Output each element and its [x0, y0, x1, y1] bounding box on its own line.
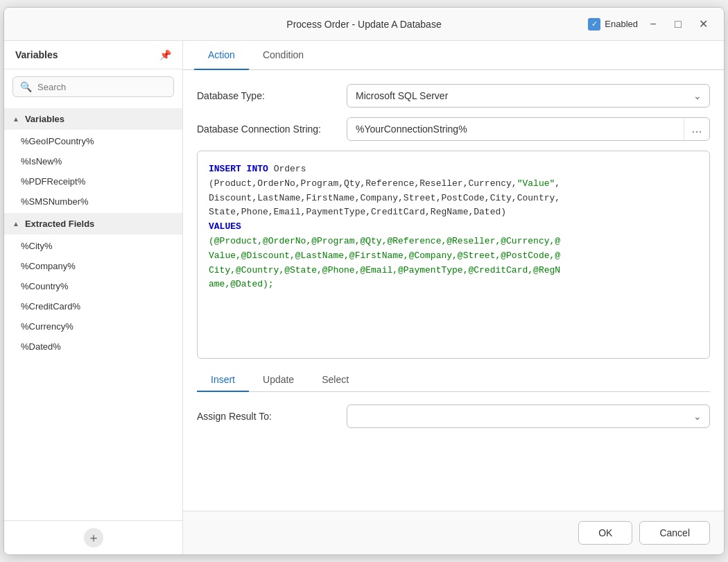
ok-button[interactable]: OK [578, 521, 632, 545]
search-box: 🔍 [12, 76, 174, 97]
list-item[interactable]: %Company% [4, 256, 182, 276]
sql-params-1: (@Product,@OrderNo,@Program,@Qty,@Refere… [209, 236, 560, 246]
section-header-variables[interactable]: ▲ Variables [4, 108, 182, 130]
list-item[interactable]: %Dated% [4, 337, 182, 357]
assign-dropdown-wrapper: ⌄ [347, 405, 710, 428]
close-button[interactable]: ✕ [693, 15, 713, 34]
sql-comma: , [555, 178, 560, 189]
section-variables-label: Variables [25, 114, 64, 124]
title-bar: Process Order - Update A Database ✓ Enab… [4, 8, 724, 41]
section-extracted-label: Extracted Fields [25, 219, 94, 229]
list-item[interactable]: %IsNew% [4, 151, 182, 171]
assign-label: Assign Result To: [197, 411, 336, 422]
sql-columns-2: Discount,LastName,FirstName,Company,Stre… [209, 193, 560, 203]
sub-tab-select[interactable]: Select [308, 368, 363, 392]
tab-action[interactable]: Action [194, 41, 249, 70]
chevron-down-icon: ▲ [12, 115, 19, 123]
db-type-row: Database Type: Microsoft SQL Server ⌄ [197, 84, 710, 108]
sidebar: Variables 📌 🔍 ▲ Variables %GeoIPCountry%… [4, 41, 183, 554]
search-icon: 🔍 [20, 81, 32, 92]
main-window: Process Order - Update A Database ✓ Enab… [3, 7, 725, 555]
maximize-button[interactable]: □ [668, 15, 688, 34]
chevron-down-icon: ▲ [12, 220, 19, 228]
conn-string-row: Database Connection String: … [197, 117, 710, 141]
sql-params-2: Value,@Discount,@LastName,@FirstName,@Co… [209, 250, 560, 261]
list-item[interactable]: %Currency% [4, 316, 182, 337]
search-input[interactable] [37, 82, 166, 92]
sidebar-header: Variables 📌 [4, 41, 182, 69]
sidebar-title: Variables [15, 49, 58, 60]
section-header-extracted-fields[interactable]: ▲ Extracted Fields [4, 213, 182, 235]
window-title: Process Order - Update A Database [190, 19, 539, 30]
sub-tab-update[interactable]: Update [249, 368, 308, 392]
sql-value-str: "Value" [517, 178, 555, 189]
keyword-insert: INSERT INTO [209, 164, 268, 174]
list-item[interactable]: %CreditCard% [4, 296, 182, 316]
minimize-button[interactable]: − [643, 15, 663, 34]
more-options-button[interactable]: … [684, 119, 709, 139]
keyword-values: VALUES [209, 221, 241, 232]
assign-result-dropdown[interactable] [347, 405, 710, 428]
tab-condition[interactable]: Condition [249, 41, 318, 70]
footer: OK Cancel [183, 511, 724, 554]
db-type-label: Database Type: [197, 90, 336, 101]
sql-columns-3: State,Phone,Email,PaymentType,CreditCard… [209, 207, 506, 217]
sub-tab-insert[interactable]: Insert [197, 368, 249, 392]
sidebar-list: ▲ Variables %GeoIPCountry% %IsNew% %PDFR… [4, 104, 182, 520]
list-item[interactable]: %PDFReceipt% [4, 171, 182, 191]
enabled-badge: ✓ Enabled [588, 18, 638, 31]
list-item[interactable]: %City% [4, 236, 182, 256]
content-area: Variables 📌 🔍 ▲ Variables %GeoIPCountry%… [4, 41, 724, 554]
connection-string-wrapper: … [347, 117, 710, 141]
main-content: Database Type: Microsoft SQL Server ⌄ Da… [183, 70, 724, 511]
sql-params-3: City,@Country,@State,@Phone,@Email,@Paym… [209, 265, 560, 275]
connection-string-input[interactable] [347, 118, 684, 140]
cancel-button[interactable]: Cancel [639, 521, 710, 545]
sidebar-footer: ＋ [4, 520, 182, 554]
enabled-label: Enabled [605, 19, 638, 29]
assign-row: Assign Result To: ⌄ [197, 405, 710, 428]
sql-code-editor[interactable]: INSERT INTO Orders (Product,OrderNo,Prog… [197, 151, 710, 359]
list-item[interactable]: %Country% [4, 276, 182, 296]
top-tabs: Action Condition [183, 41, 724, 70]
enabled-checkbox[interactable]: ✓ [588, 18, 600, 31]
sub-tabs: Insert Update Select [197, 368, 710, 392]
conn-string-label: Database Connection String: [197, 124, 336, 135]
list-item[interactable]: %SMSNumber% [4, 191, 182, 212]
list-item[interactable]: %GeoIPCountry% [4, 131, 182, 151]
title-bar-controls: ✓ Enabled − □ ✕ [539, 15, 713, 34]
main-panel: Action Condition Database Type: Microsof… [183, 41, 724, 554]
sql-columns-start: (Product,OrderNo,Program,Qty,Reference,R… [209, 178, 517, 189]
pin-icon[interactable]: 📌 [159, 49, 171, 60]
sql-table: Orders [268, 164, 306, 174]
db-type-dropdown[interactable]: Microsoft SQL Server [347, 84, 710, 108]
sql-params-4: ame,@Dated); [209, 279, 274, 289]
db-type-dropdown-wrapper: Microsoft SQL Server ⌄ [347, 84, 710, 108]
add-variable-button[interactable]: ＋ [84, 528, 103, 547]
